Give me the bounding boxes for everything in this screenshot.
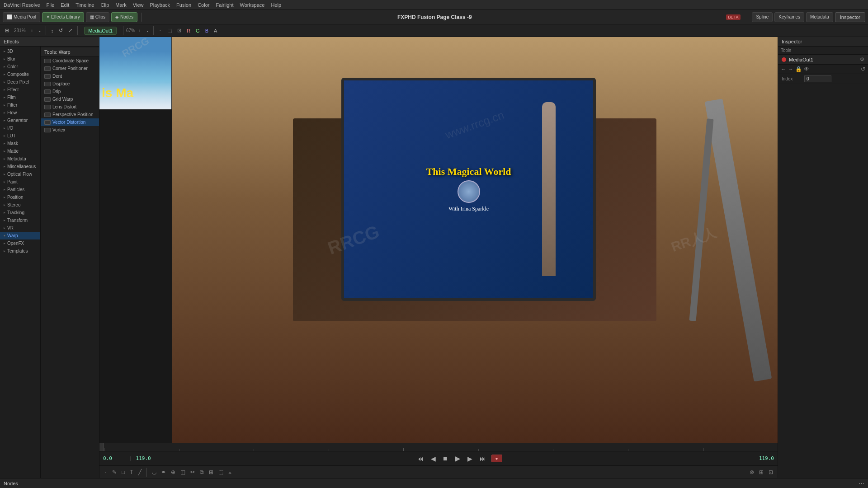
snap-tool[interactable]: ⊗	[748, 468, 756, 476]
tool-item-vector-distortion[interactable]: Vector Distortion	[41, 118, 99, 126]
nodes-options-button[interactable]: ⋯	[859, 480, 864, 487]
sidebar-item-matte[interactable]: ▸Matte	[0, 147, 40, 155]
tool-item-lens-distort[interactable]: Lens Distort	[41, 103, 99, 111]
sidebar-item-stereo[interactable]: ▸Stereo	[0, 201, 40, 209]
sidebar-item-transform[interactable]: ▸Transform	[0, 216, 40, 224]
menu-item-timeline[interactable]: Timeline	[75, 2, 94, 8]
3d-tool[interactable]: ⟁	[226, 468, 233, 476]
menu-item-davinci-resolve[interactable]: DaVinci Resolve	[4, 2, 40, 8]
go-to-end-button[interactable]: ⏭	[478, 454, 488, 463]
go-to-start-button[interactable]: ⏮	[415, 454, 425, 463]
zoom2-in[interactable]: +	[136, 27, 143, 34]
shape-tool[interactable]: □	[120, 468, 127, 476]
sidebar-item-deep-pixel[interactable]: ▸Deep Pixel	[0, 78, 40, 86]
clone-tool[interactable]: ⊕	[169, 468, 177, 476]
line-tool[interactable]: ╱	[137, 468, 143, 476]
inspector-eye[interactable]: 👁	[804, 66, 809, 72]
view-option3[interactable]: ⊡	[175, 27, 184, 34]
sidebar-item-mask[interactable]: ▸Mask	[0, 140, 40, 147]
inspector-reset[interactable]: ↺	[861, 66, 865, 72]
sidebar-item-vr[interactable]: ▸VR	[0, 224, 40, 232]
sidebar-item-flow[interactable]: ▸Flow	[0, 109, 40, 117]
tool-item-vortex[interactable]: Vortex	[41, 126, 99, 134]
menu-item-fusion[interactable]: Fusion	[176, 2, 191, 8]
inspector-forward[interactable]: →	[788, 66, 793, 72]
view-option2[interactable]: ⬚	[165, 27, 174, 34]
tool-item-grid-warp[interactable]: Grid Warp	[41, 95, 99, 103]
sidebar-item-film[interactable]: ▸Film	[0, 94, 40, 101]
spline-button[interactable]: Spline	[752, 12, 773, 22]
channel-g[interactable]: G	[193, 27, 202, 34]
menu-item-fairlight[interactable]: Fairlight	[216, 2, 233, 8]
tool-item-coordinate-space[interactable]: Coordinate Space	[41, 57, 99, 65]
menu-item-playback[interactable]: Playback	[150, 2, 170, 8]
nodes-button[interactable]: ◈ Nodes	[111, 12, 137, 22]
sidebar-item-tracking[interactable]: ▸Tracking	[0, 209, 40, 216]
sidebar-item-miscellaneous[interactable]: ▸Miscellaneous	[0, 163, 40, 170]
menu-item-help[interactable]: Help	[271, 2, 281, 8]
cut-tool[interactable]: ✂	[189, 468, 197, 476]
sidebar-item-generator[interactable]: ▸Generator	[0, 117, 40, 124]
sidebar-item-3d[interactable]: ▸3D	[0, 47, 40, 55]
effects-library-button[interactable]: ✦ Effects Library	[42, 12, 84, 22]
inspector-button[interactable]: Inspector	[835, 12, 865, 22]
metadata-button[interactable]: Metadata	[806, 12, 833, 22]
copy-tool[interactable]: ⧉	[198, 468, 206, 476]
menu-item-color[interactable]: Color	[198, 2, 209, 8]
transform-tool[interactable]: ↕	[49, 27, 56, 34]
menu-item-clip[interactable]: Clip	[100, 2, 109, 8]
tool-item-displace[interactable]: Displace	[41, 80, 99, 88]
sidebar-item-templates[interactable]: ▸Templates	[0, 247, 40, 255]
sidebar-item-filter[interactable]: ▸Filter	[0, 101, 40, 109]
sidebar-item-openfx[interactable]: ▸OpenFX	[0, 239, 40, 247]
paint-tool[interactable]: ✎	[110, 468, 118, 476]
sidebar-item-position[interactable]: ▸Position	[0, 193, 40, 201]
sidebar-item-effect[interactable]: ▸Effect	[0, 86, 40, 94]
text-tool[interactable]: T	[128, 468, 135, 476]
ruler-tool[interactable]: ⊡	[767, 468, 775, 476]
play-button[interactable]: ▶	[453, 453, 462, 464]
tool-item-perspective-position[interactable]: Perspective Position	[41, 111, 99, 118]
sidebar-item-paint[interactable]: ▸Paint	[0, 178, 40, 186]
zoom2-out[interactable]: -	[144, 27, 151, 34]
timeline-ruler[interactable]	[99, 443, 778, 451]
ruler-marks[interactable]	[104, 443, 778, 451]
tool-item-dent[interactable]: Dent	[41, 72, 99, 80]
menu-item-mark[interactable]: Mark	[115, 2, 126, 8]
inspector-back[interactable]: ←	[781, 66, 786, 72]
grid-tool[interactable]: ⊞	[757, 468, 765, 476]
menu-item-workspace[interactable]: Workspace	[240, 2, 265, 8]
keyframes-button[interactable]: Keyframes	[774, 12, 804, 22]
sidebar-item-lut[interactable]: ▸LUT	[0, 132, 40, 140]
zoom-in-button[interactable]: +	[28, 27, 36, 34]
channel-r[interactable]: R	[184, 27, 193, 34]
merge-tool[interactable]: ⊞	[207, 468, 215, 476]
rotate-tool[interactable]: ↺	[57, 27, 65, 34]
bezier-tool[interactable]: ◡	[150, 468, 158, 476]
inspector-lock[interactable]: 🔒	[795, 66, 802, 72]
sidebar-item-io[interactable]: ▸I/O	[0, 124, 40, 132]
channel-a[interactable]: A	[212, 27, 219, 34]
record-button[interactable]: ●	[491, 455, 502, 462]
sidebar-item-composite[interactable]: ▸Composite	[0, 70, 40, 78]
tool-item-drip[interactable]: Drip	[41, 88, 99, 95]
pen-tool[interactable]: ✒	[160, 468, 168, 476]
prev-frame-button[interactable]: ◀	[429, 454, 438, 463]
sidebar-item-warp[interactable]: ▾Warp	[0, 232, 40, 239]
sidebar-item-color[interactable]: ▸Color	[0, 63, 40, 70]
index-input[interactable]	[804, 75, 831, 82]
menu-item-file[interactable]: File	[47, 2, 55, 8]
sidebar-item-blur[interactable]: ▸Blur	[0, 55, 40, 63]
zoom-out-button[interactable]: -	[37, 27, 43, 34]
stop-button[interactable]: ■	[441, 454, 449, 464]
view-option1[interactable]: ⬝	[156, 27, 164, 34]
select-tool[interactable]: ⬝	[102, 468, 109, 476]
mask-tool[interactable]: ⬚	[217, 468, 225, 476]
sidebar-item-optical-flow[interactable]: ▸Optical Flow	[0, 170, 40, 178]
tool-item-corner-positioner[interactable]: Corner Positioner	[41, 65, 99, 72]
node-options-button[interactable]: ⚙	[860, 56, 864, 62]
sidebar-item-metadata[interactable]: ▸Metadata	[0, 155, 40, 163]
menu-item-view[interactable]: View	[133, 2, 144, 8]
scale-tool[interactable]: ⤢	[66, 27, 75, 34]
channel-b[interactable]: B	[203, 27, 211, 34]
